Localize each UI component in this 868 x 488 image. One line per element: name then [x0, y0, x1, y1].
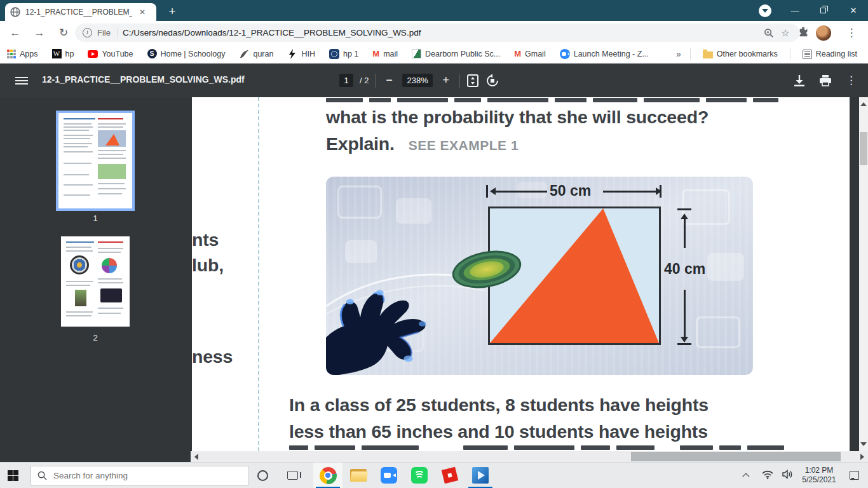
reading-list-button[interactable]: Reading list	[796, 50, 864, 59]
profile-avatar[interactable]	[816, 25, 831, 41]
rotate-icon[interactable]	[485, 74, 499, 88]
problem-text-line2: Explain.SEE EXAMPLE 1	[326, 133, 519, 154]
figure-deco	[337, 186, 382, 219]
bookmark-youtube[interactable]: YouTube	[81, 50, 140, 58]
thumbnail-sidebar: 1 2	[0, 97, 191, 462]
forward-icon[interactable]: →	[31, 24, 48, 42]
reload-icon[interactable]: ↻	[55, 24, 72, 42]
fit-page-icon[interactable]	[466, 74, 479, 88]
clipped-text-line-bottom	[289, 445, 784, 450]
left-column-fragment: ness	[192, 346, 233, 367]
feather-icon	[239, 49, 249, 59]
page-total: / 2	[360, 76, 369, 85]
taskbar-chrome[interactable]	[313, 463, 342, 488]
pdf-menu-icon[interactable]	[15, 75, 28, 86]
zoom-out-icon[interactable]: −	[382, 74, 396, 87]
print-icon[interactable]	[819, 75, 832, 86]
horizontal-scrollbar[interactable]	[191, 451, 868, 462]
tab-search-icon[interactable]	[759, 4, 771, 17]
page-number-input[interactable]: 1	[339, 74, 353, 87]
wifi-icon[interactable]	[757, 470, 778, 481]
bookmarks-overflow-icon[interactable]: »	[676, 49, 685, 59]
problem2-line2: less than 65 inches and 10 students have…	[289, 421, 708, 442]
browser-tab[interactable]: 12-1_PRACTICE__PROBLEM_SOLV ✕	[5, 3, 156, 21]
tab-close-icon[interactable]: ✕	[137, 7, 147, 17]
restore-button[interactable]	[810, 0, 839, 21]
dearborn-icon	[412, 49, 421, 58]
extensions-puzzle-icon[interactable]	[798, 26, 810, 40]
minimize-button[interactable]: —	[780, 0, 810, 21]
zoom-app-icon	[381, 467, 397, 484]
thumbnail-page-2[interactable]	[61, 236, 130, 327]
browser-menu-kebab-icon[interactable]: ⋮	[843, 24, 860, 42]
address-url[interactable]: C:/Users/nedas/Downloads/12-1_PRACTICE__…	[123, 28, 759, 37]
see-example-link: SEE EXAMPLE 1	[409, 138, 519, 152]
browser-titlebar: 12-1_PRACTICE__PROBLEM_SOLV ✕ + — ✕	[0, 0, 868, 21]
bookmark-star-icon[interactable]: ☆	[779, 27, 792, 39]
height-dimension-label: 40 cm	[664, 261, 705, 278]
download-icon[interactable]	[794, 74, 805, 86]
bookmark-apps[interactable]: Apps	[0, 50, 45, 58]
scroll-left-icon[interactable]	[191, 454, 198, 460]
taskbar-clock[interactable]: 1:02 PM 5/25/2021	[798, 466, 840, 485]
figure-deco	[517, 182, 547, 198]
taskbar-roblox[interactable]	[435, 463, 465, 488]
scroll-down-icon[interactable]	[860, 442, 867, 449]
figure-deco	[396, 198, 431, 224]
movies-tv-icon	[472, 467, 489, 484]
address-bar[interactable]: i File C:/Users/nedas/Downloads/12-1_PRA…	[75, 24, 799, 42]
zoom-level[interactable]: 238%	[402, 74, 432, 87]
gmail-icon: M	[514, 49, 521, 58]
left-column-fragment: nts	[192, 229, 219, 250]
vertical-scrollbar[interactable]	[859, 97, 868, 451]
wikipedia-w-icon: W	[52, 49, 62, 58]
bookmark-gmail[interactable]: MGmail	[507, 49, 553, 58]
close-button[interactable]: ✕	[839, 0, 868, 21]
taskbar-zoom[interactable]	[374, 463, 403, 488]
bookmark-hp1[interactable]: hp 1	[322, 49, 365, 59]
hand-illustration	[326, 269, 461, 375]
taskbar-search-box[interactable]	[31, 466, 249, 485]
bookmark-dearborn[interactable]: Dearborn Public Sc...	[405, 49, 507, 58]
left-column-fragment: lub,	[192, 255, 224, 276]
back-icon[interactable]: ←	[6, 24, 24, 42]
schoology-icon: S	[147, 49, 157, 58]
volume-icon[interactable]	[778, 470, 798, 481]
taskbar-file-explorer[interactable]	[344, 463, 373, 488]
task-view-icon[interactable]	[287, 471, 298, 480]
page-info-icon[interactable]: i	[83, 28, 92, 37]
new-tab-button[interactable]: +	[164, 3, 180, 20]
bookmark-zoom-meeting[interactable]: Launch Meeting - Z...	[553, 49, 656, 59]
cortana-icon[interactable]	[257, 470, 268, 481]
thumbnail-1-label: 1	[0, 214, 191, 223]
action-center-icon[interactable]	[840, 471, 868, 480]
pdf-content-area: 1 2 nts lub, ness what is the probab	[0, 97, 868, 462]
taskbar-spotify[interactable]	[405, 463, 434, 488]
wheel-icon	[329, 49, 339, 59]
pdf-more-kebab-icon[interactable]: ⋮	[846, 74, 857, 87]
bookmark-hp[interactable]: Whp	[45, 49, 81, 58]
zoom-in-icon[interactable]: +	[439, 74, 453, 87]
taskbar-movies-tv[interactable]	[466, 463, 495, 488]
bookmark-hih[interactable]: HIH	[280, 49, 322, 59]
folder-icon	[703, 51, 713, 58]
zoom-page-icon[interactable]	[764, 28, 774, 38]
scroll-up-icon[interactable]	[860, 99, 867, 106]
thumbnail-page-1[interactable]	[58, 113, 132, 208]
other-bookmarks-button[interactable]: Other bookmarks	[696, 50, 785, 58]
bookmark-quran[interactable]: quran	[232, 49, 280, 59]
globe-favicon-icon	[10, 7, 20, 17]
start-button-icon[interactable]	[8, 470, 18, 481]
tray-chevron-icon[interactable]	[737, 471, 757, 480]
apps-grid-icon	[7, 50, 16, 58]
address-scheme: File	[97, 28, 118, 37]
bookmark-mail[interactable]: Mmail	[365, 49, 405, 58]
problem-text-line1: what is the probability that she will su…	[326, 107, 709, 128]
bookmark-schoology[interactable]: SHome | Schoology	[140, 49, 233, 58]
vertical-scroll-thumb[interactable]	[860, 132, 867, 165]
width-dimension-label: 50 cm	[550, 182, 591, 200]
figure-deco	[682, 189, 730, 225]
horizontal-scroll-thumb[interactable]	[631, 452, 841, 461]
search-input[interactable]	[53, 471, 219, 480]
scroll-right-icon[interactable]	[860, 454, 867, 460]
